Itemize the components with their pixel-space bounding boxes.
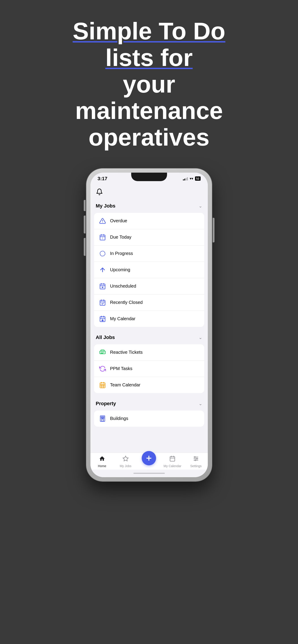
home-tab-label: Home <box>98 464 106 468</box>
svg-text:!: ! <box>102 237 103 240</box>
menu-item-reactive-tickets[interactable]: Reactive Tickets <box>94 344 204 361</box>
hero-section: Simple To Do lists for your maintenance … <box>48 18 250 151</box>
status-icons: ▾▾ 52 <box>183 176 200 181</box>
menu-item-ppm-tasks[interactable]: PPM Tasks <box>94 361 204 377</box>
svg-rect-9 <box>100 284 105 289</box>
calendar-x-icon <box>99 282 107 290</box>
settings-tab-icon <box>193 456 199 463</box>
tab-my-calendar[interactable]: My Calendar <box>163 456 181 468</box>
warning-icon <box>99 217 107 225</box>
phone-inner: 3:17 ▾▾ 52 <box>91 173 208 477</box>
home-bar <box>133 473 165 474</box>
svg-rect-53 <box>170 456 175 461</box>
svg-point-7 <box>100 251 105 256</box>
ppm-tasks-label: PPM Tasks <box>110 366 133 371</box>
menu-item-buildings[interactable]: Buildings <box>94 410 204 427</box>
phone-content: My Jobs ⌄ Overdue <box>91 185 208 452</box>
bell-icon[interactable] <box>96 188 103 196</box>
due-today-label: Due Today <box>110 234 131 240</box>
notch <box>131 173 167 181</box>
all-jobs-header[interactable]: All Jobs ⌄ <box>91 330 208 344</box>
phone-mockup: 3:17 ▾▾ 52 <box>86 168 212 481</box>
unscheduled-label: Unscheduled <box>110 284 136 289</box>
calendar-icon: ! <box>99 233 107 241</box>
my-jobs-tab-label: My Jobs <box>120 464 131 468</box>
hero-title: Simple To Do lists for your maintenance … <box>48 18 250 151</box>
tab-bar: Home My Jobs <box>91 452 208 470</box>
tab-settings[interactable]: Settings <box>187 456 205 468</box>
reactive-tickets-label: Reactive Tickets <box>110 350 143 355</box>
svg-point-48 <box>102 418 103 418</box>
menu-item-in-progress[interactable]: In Progress <box>94 246 204 262</box>
my-jobs-list: Overdue ! Due <box>94 213 204 327</box>
status-time: 3:17 <box>98 176 108 182</box>
settings-tab-label: Settings <box>190 464 202 468</box>
svg-point-58 <box>194 456 195 458</box>
svg-point-44 <box>101 416 102 417</box>
home-tab-icon <box>99 456 105 463</box>
menu-item-my-calendar[interactable]: My Calendar <box>94 311 204 327</box>
property-title: Property <box>96 401 116 406</box>
menu-item-team-calendar[interactable]: Team Calendar <box>94 377 204 393</box>
calendar-star-icon <box>99 315 107 323</box>
in-progress-label: In Progress <box>110 251 133 256</box>
overdue-label: Overdue <box>110 218 127 224</box>
svg-point-62 <box>195 460 196 461</box>
tab-home[interactable]: Home <box>93 456 111 468</box>
add-fab-button[interactable] <box>142 451 156 465</box>
svg-point-47 <box>101 418 102 418</box>
svg-marker-50 <box>123 456 128 461</box>
all-jobs-list: Reactive Tickets PPM Tasks <box>94 344 204 393</box>
svg-marker-23 <box>101 319 104 321</box>
my-jobs-header[interactable]: My Jobs ⌄ <box>91 199 208 213</box>
building-icon <box>99 414 107 422</box>
property-list: Buildings <box>94 410 204 427</box>
refresh-icon <box>99 365 107 373</box>
svg-point-46 <box>103 416 104 417</box>
property-chevron-icon: ⌄ <box>199 401 202 406</box>
tab-add[interactable] <box>140 456 158 465</box>
ticket-icon <box>99 348 107 356</box>
svg-point-49 <box>103 418 104 418</box>
phone-outer: 3:17 ▾▾ 52 <box>86 168 212 481</box>
my-jobs-title: My Jobs <box>96 203 116 209</box>
upcoming-label: Upcoming <box>110 267 130 272</box>
menu-item-due-today[interactable]: ! Due Today <box>94 229 204 246</box>
svg-rect-15 <box>100 300 105 306</box>
property-header[interactable]: Property ⌄ <box>91 397 208 410</box>
menu-item-overdue[interactable]: Overdue <box>94 213 204 229</box>
svg-rect-37 <box>102 419 103 421</box>
spinner-icon <box>99 250 107 258</box>
all-jobs-chevron-icon: ⌄ <box>199 335 202 340</box>
signal-icon <box>183 177 188 180</box>
team-calendar-label: Team Calendar <box>110 382 141 388</box>
arrow-up-icon <box>99 266 107 274</box>
all-jobs-title: All Jobs <box>96 334 115 340</box>
hero-line2: your maintenance <box>75 71 223 124</box>
recently-closed-label: Recently Closed <box>110 300 143 305</box>
my-calendar-label: My Calendar <box>110 316 135 321</box>
notification-bell-row[interactable] <box>91 185 208 199</box>
tab-my-jobs[interactable]: My Jobs <box>117 456 135 468</box>
menu-item-upcoming[interactable]: Upcoming <box>94 262 204 278</box>
my-jobs-chevron-icon: ⌄ <box>199 203 202 209</box>
hero-line3: operatives <box>88 124 209 151</box>
calendar-grid-icon <box>99 381 107 389</box>
menu-item-recently-closed[interactable]: Recently Closed <box>94 294 204 311</box>
svg-point-45 <box>102 416 103 417</box>
status-bar: 3:17 ▾▾ 52 <box>91 173 208 185</box>
buildings-label: Buildings <box>110 416 128 421</box>
svg-rect-27 <box>100 383 105 388</box>
home-indicator <box>91 470 208 477</box>
calendar-check-icon <box>99 298 107 306</box>
wifi-icon: ▾▾ <box>190 176 193 181</box>
battery-icon: 52 <box>195 176 200 181</box>
menu-item-unscheduled[interactable]: Unscheduled <box>94 278 204 294</box>
my-jobs-tab-icon <box>122 456 129 463</box>
hero-line1: Simple To Do lists for <box>73 18 225 71</box>
svg-point-60 <box>196 458 197 459</box>
my-calendar-tab-label: My Calendar <box>164 464 181 468</box>
my-calendar-tab-icon <box>169 456 176 463</box>
